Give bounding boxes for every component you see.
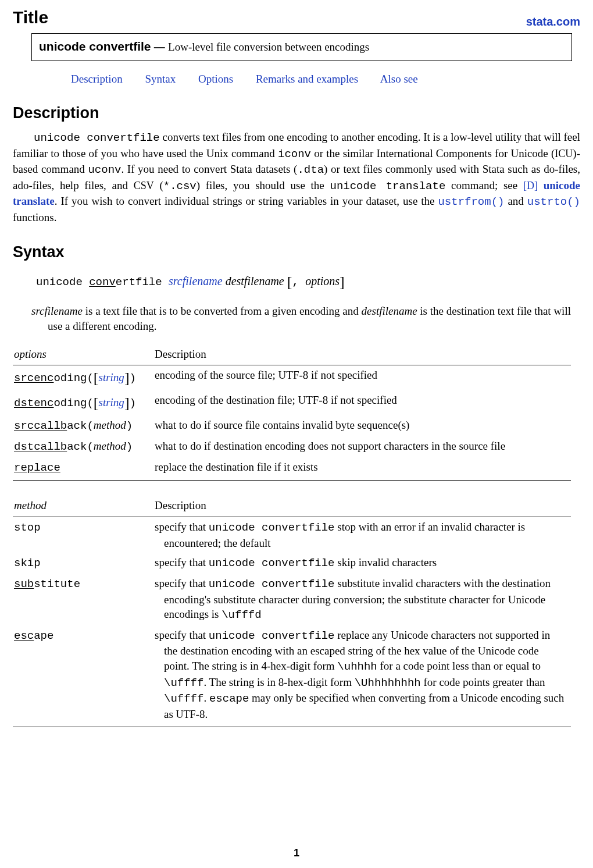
toc-alsosee-link[interactable]: Also see [380,73,418,85]
title-dash: — [151,41,169,53]
option-desc: encoding of the source file; UTF-8 if no… [153,365,571,391]
syntax-note: srcfilename is a text file that is to be… [31,304,580,333]
command-subtitle: Low-level file conversion between encodi… [168,41,369,53]
table-row: replace replace the destination file if … [13,457,571,481]
command-name: unicode convertfile [39,40,151,53]
option-desc: what to do if source file contains inval… [153,415,571,436]
method-desc: specify that unicode convertfile substit… [153,574,571,625]
smallcaps: CSV [134,180,154,191]
syntax-heading: Syntax [13,241,580,262]
title-row: Title stata.com [13,6,580,30]
table-row: srccallback(method) what to do if source… [13,415,571,436]
table-row: stop specify that unicode convertfile st… [13,517,571,553]
ustrto-link[interactable]: ustrto() [527,195,580,208]
syntax-line: unicode convertfile srcfilename destfile… [36,272,580,292]
srcfilename-arg[interactable]: srcfilename [169,275,223,287]
option-desc: what to do if destination encoding does … [153,436,571,457]
header-description: Description [153,496,571,517]
toc-syntax-link[interactable]: Syntax [145,73,176,85]
method-desc: specify that unicode convertfile replace… [153,625,571,727]
inline-code: .dta [297,163,324,176]
method-desc: specify that unicode convertfile skip in… [153,553,571,574]
inline-code: unicode convertfile [34,131,160,144]
inline-code: uconv [88,163,121,176]
manual-ref-link[interactable]: [D] [523,180,538,191]
string-arg-link[interactable]: string [99,371,124,383]
table-row: substitute specify that unicode convertf… [13,574,571,625]
page-number: 1 [0,846,593,860]
table-row: skip specify that unicode convertfile sk… [13,553,571,574]
header-method: method [13,496,153,517]
description-paragraph: unicode convertfile converts text files … [13,130,580,225]
inline-code: iconv [278,148,311,161]
table-row: dstencoding([string]) encoding of the de… [13,390,571,415]
method-desc: specify that unicode convertfile stop wi… [153,517,571,553]
toc-options-link[interactable]: Options [198,73,233,85]
string-arg-link[interactable]: string [99,396,124,408]
options-table: options Description srcencoding([string]… [13,344,571,481]
table-header-row: method Description [13,496,571,517]
inline-code: *.csv [163,180,197,193]
command-title-box: unicode convertfile — Low-level file con… [31,33,572,61]
table-row: escape specify that unicode convertfile … [13,625,571,727]
header-options: options [13,344,153,365]
method-table: method Description stop specify that uni… [13,496,571,727]
table-row: dstcallback(method) what to do if destin… [13,436,571,457]
smallcaps: ICU [555,148,573,159]
table-row: srcencoding([string]) encoding of the so… [13,365,571,391]
option-desc: replace the destination file if it exist… [153,457,571,481]
bracket-close: ] [340,273,345,290]
table-header-row: options Description [13,344,571,365]
toc-description-link[interactable]: Description [71,73,123,85]
toc-remarks-link[interactable]: Remarks and examples [256,73,358,85]
description-heading: Description [13,102,580,123]
page-title: Title [13,6,48,30]
ustrfrom-link[interactable]: ustrfrom() [438,195,504,208]
page: Title stata.com unicode convertfile — Lo… [0,0,593,868]
option-desc: encoding of the destination file; UTF-8 … [153,390,571,415]
toc-nav: Description Syntax Options Remarks and e… [71,72,580,87]
brand-link[interactable]: stata.com [526,14,580,30]
header-description: Description [153,344,571,365]
inline-code: unicode translate [330,180,446,193]
